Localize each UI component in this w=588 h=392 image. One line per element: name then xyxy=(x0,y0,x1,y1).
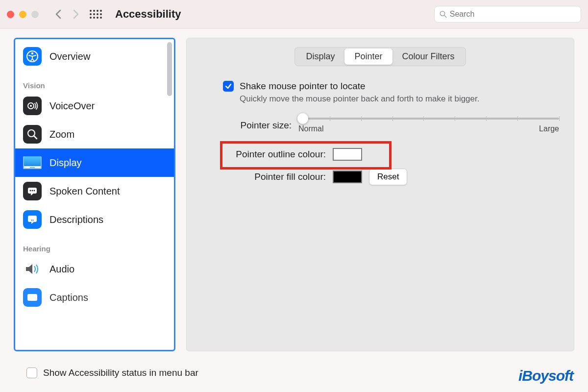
slider-min-label: Normal xyxy=(298,124,324,133)
maximize-icon[interactable] xyxy=(31,11,39,18)
sidebar-item-label: Captions xyxy=(49,292,88,303)
svg-rect-14 xyxy=(27,294,37,301)
svg-line-7 xyxy=(34,136,37,139)
sidebar-item-label: Display xyxy=(49,157,82,169)
shake-pointer-description: Quickly move the mouse pointer back and … xyxy=(240,94,494,105)
back-button[interactable] xyxy=(51,7,65,21)
sidebar-item-label: Overview xyxy=(49,51,90,62)
sidebar-item-captions[interactable]: Captions xyxy=(15,283,174,312)
titlebar: Accessibility xyxy=(0,0,588,28)
svg-point-10 xyxy=(32,190,33,192)
status-menubar-label: Show Accessibility status in menu bar xyxy=(43,368,198,378)
tab-pointer[interactable]: Pointer xyxy=(344,49,392,65)
forward-button[interactable] xyxy=(69,7,83,21)
tab-bar: Display Pointer Colour Filters xyxy=(294,47,466,66)
audio-icon xyxy=(23,260,42,278)
page-title: Accessibility xyxy=(115,8,181,21)
svg-text:,,: ,, xyxy=(31,216,34,221)
minimize-icon[interactable] xyxy=(19,11,26,18)
search-input[interactable] xyxy=(450,10,576,19)
sidebar-item-label: Spoken Content xyxy=(49,186,120,197)
sidebar-item-zoom[interactable]: Zoom xyxy=(15,120,174,148)
accessibility-icon xyxy=(23,47,42,66)
sidebar-section-vision: Vision xyxy=(15,71,174,92)
pointer-size-slider[interactable]: Normal Large xyxy=(298,118,559,133)
search-icon xyxy=(440,10,447,18)
pointer-fill-label: Pointer fill colour: xyxy=(223,172,326,182)
sidebar-item-label: Descriptions xyxy=(49,214,103,225)
sidebar-item-spoken-content[interactable]: Spoken Content xyxy=(15,177,174,205)
svg-point-11 xyxy=(34,190,35,192)
checkmark-icon xyxy=(225,83,232,90)
slider-thumb[interactable] xyxy=(297,113,308,124)
svg-point-9 xyxy=(30,190,31,192)
content-pane: Display Pointer Colour Filters Shake mou… xyxy=(186,38,574,351)
pointer-size-label: Pointer size: xyxy=(223,120,292,131)
svg-point-3 xyxy=(31,52,34,55)
sidebar-item-label: Zoom xyxy=(49,129,74,140)
svg-point-5 xyxy=(30,105,32,107)
sidebar-item-audio[interactable]: Audio xyxy=(15,255,174,283)
tab-colour-filters[interactable]: Colour Filters xyxy=(392,49,465,65)
annotation-highlight xyxy=(220,141,392,170)
close-icon[interactable] xyxy=(7,11,14,18)
shake-pointer-label: Shake mouse pointer to locate xyxy=(240,81,366,92)
watermark: iBoysoft xyxy=(518,368,573,384)
sidebar-item-label: Audio xyxy=(49,264,74,275)
shake-pointer-checkbox[interactable] xyxy=(223,81,234,92)
window-controls xyxy=(7,11,39,18)
sidebar-item-descriptions[interactable]: ,, Descriptions xyxy=(15,205,174,234)
tab-display[interactable]: Display xyxy=(296,49,344,65)
sidebar-item-label: VoiceOver xyxy=(49,100,95,112)
spoken-content-icon xyxy=(23,182,42,200)
descriptions-icon: ,, xyxy=(23,210,42,229)
display-icon xyxy=(23,153,42,172)
sidebar-section-hearing: Hearing xyxy=(15,234,174,255)
pointer-fill-colorwell[interactable] xyxy=(333,171,362,183)
footer-option: Show Accessibility status in menu bar xyxy=(26,368,198,378)
svg-line-1 xyxy=(444,15,446,17)
show-all-icon[interactable] xyxy=(90,8,101,20)
slider-max-label: Large xyxy=(539,124,559,133)
preferences-window: Accessibility Overview Vision VoiceOver xyxy=(0,0,588,392)
reset-button[interactable]: Reset xyxy=(369,169,407,185)
search-field[interactable] xyxy=(434,6,581,23)
zoom-icon xyxy=(23,125,42,144)
sidebar-item-display[interactable]: Display xyxy=(15,148,174,177)
captions-icon xyxy=(23,288,42,307)
voiceover-icon xyxy=(23,97,42,115)
status-menubar-checkbox[interactable] xyxy=(26,368,37,378)
sidebar-item-overview[interactable]: Overview xyxy=(15,42,174,71)
sidebar-item-voiceover[interactable]: VoiceOver xyxy=(15,92,174,120)
sidebar-scrollbar[interactable] xyxy=(167,42,172,96)
sidebar: Overview Vision VoiceOver Zoom Displa xyxy=(14,38,175,351)
